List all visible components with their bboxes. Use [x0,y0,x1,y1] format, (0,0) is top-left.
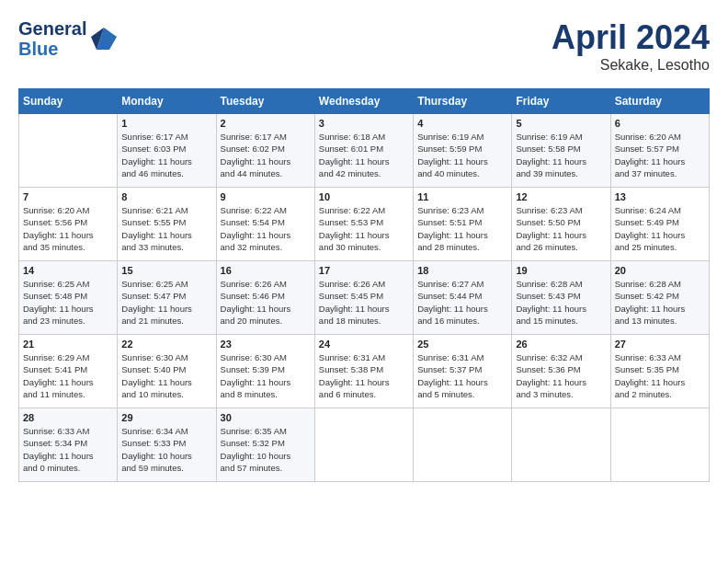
calendar-cell: 4Sunrise: 6:19 AM Sunset: 5:59 PM Daylig… [414,114,512,188]
calendar-cell: 7Sunrise: 6:20 AM Sunset: 5:56 PM Daylig… [19,188,118,261]
page-container: General Blue April 2024 Sekake, Lesotho … [0,0,728,491]
day-number: 21 [23,339,113,350]
day-number: 5 [516,118,606,129]
day-number: 3 [319,118,409,129]
location: Sekake, Lesotho [552,57,710,74]
calendar-cell: 16Sunrise: 6:26 AM Sunset: 5:46 PM Dayli… [216,261,314,335]
day-number: 28 [23,412,113,423]
day-info: Sunrise: 6:31 AM Sunset: 5:38 PM Dayligh… [319,351,409,400]
calendar-cell: 1Sunrise: 6:17 AM Sunset: 6:03 PM Daylig… [118,114,216,188]
col-header-tuesday: Tuesday [216,89,314,114]
day-number: 1 [121,118,211,129]
calendar-cell: 19Sunrise: 6:28 AM Sunset: 5:43 PM Dayli… [512,261,610,335]
logo-line2: Blue [18,39,86,59]
title-block: April 2024 Sekake, Lesotho [552,18,710,74]
day-number: 18 [417,265,507,276]
day-number: 27 [615,339,705,350]
day-info: Sunrise: 6:24 AM Sunset: 5:49 PM Dayligh… [615,204,705,253]
day-number: 23 [221,339,311,350]
day-number: 25 [417,339,507,350]
day-info: Sunrise: 6:19 AM Sunset: 5:58 PM Dayligh… [516,131,606,179]
col-header-saturday: Saturday [610,89,709,114]
calendar-cell: 21Sunrise: 6:29 AM Sunset: 5:41 PM Dayli… [19,335,118,408]
page-header: General Blue April 2024 Sekake, Lesotho [18,18,710,74]
week-row-3: 14Sunrise: 6:25 AM Sunset: 5:48 PM Dayli… [19,261,710,335]
day-number: 30 [221,412,311,423]
calendar-cell: 17Sunrise: 6:26 AM Sunset: 5:45 PM Dayli… [314,261,413,335]
day-number: 9 [221,191,311,202]
col-header-sunday: Sunday [19,89,118,114]
day-number: 12 [516,191,606,202]
calendar-cell: 9Sunrise: 6:22 AM Sunset: 5:54 PM Daylig… [216,188,314,261]
day-info: Sunrise: 6:30 AM Sunset: 5:40 PM Dayligh… [121,351,211,400]
day-number: 15 [121,265,211,276]
day-number: 11 [417,191,507,202]
logo-line1: General [18,18,86,39]
day-info: Sunrise: 6:22 AM Sunset: 5:53 PM Dayligh… [319,204,409,253]
week-row-5: 28Sunrise: 6:33 AM Sunset: 5:34 PM Dayli… [19,408,710,482]
calendar-cell: 14Sunrise: 6:25 AM Sunset: 5:48 PM Dayli… [19,261,118,335]
calendar-cell [19,114,118,188]
day-info: Sunrise: 6:28 AM Sunset: 5:43 PM Dayligh… [516,278,606,327]
week-row-2: 7Sunrise: 6:20 AM Sunset: 5:56 PM Daylig… [19,188,710,261]
day-number: 19 [516,265,606,276]
day-info: Sunrise: 6:17 AM Sunset: 6:03 PM Dayligh… [121,131,211,179]
calendar-cell: 13Sunrise: 6:24 AM Sunset: 5:49 PM Dayli… [610,188,709,261]
week-row-4: 21Sunrise: 6:29 AM Sunset: 5:41 PM Dayli… [19,335,710,408]
day-info: Sunrise: 6:34 AM Sunset: 5:33 PM Dayligh… [121,425,211,474]
day-number: 29 [121,412,211,423]
calendar-cell: 26Sunrise: 6:32 AM Sunset: 5:36 PM Dayli… [512,335,610,408]
day-number: 24 [319,339,409,350]
day-number: 13 [615,191,705,202]
day-info: Sunrise: 6:22 AM Sunset: 5:54 PM Dayligh… [221,204,311,253]
day-info: Sunrise: 6:28 AM Sunset: 5:42 PM Dayligh… [615,278,705,327]
day-number: 2 [221,118,311,129]
day-info: Sunrise: 6:27 AM Sunset: 5:44 PM Dayligh… [417,278,507,327]
day-info: Sunrise: 6:32 AM Sunset: 5:36 PM Dayligh… [516,351,606,400]
calendar-cell: 29Sunrise: 6:34 AM Sunset: 5:33 PM Dayli… [118,408,216,482]
col-header-thursday: Thursday [414,89,512,114]
day-info: Sunrise: 6:20 AM Sunset: 5:56 PM Dayligh… [23,204,113,253]
calendar-cell: 18Sunrise: 6:27 AM Sunset: 5:44 PM Dayli… [414,261,512,335]
day-info: Sunrise: 6:25 AM Sunset: 5:48 PM Dayligh… [23,278,113,327]
day-info: Sunrise: 6:17 AM Sunset: 6:02 PM Dayligh… [221,131,311,179]
day-info: Sunrise: 6:20 AM Sunset: 5:57 PM Dayligh… [615,131,705,179]
calendar-cell: 25Sunrise: 6:31 AM Sunset: 5:37 PM Dayli… [414,335,512,408]
day-info: Sunrise: 6:19 AM Sunset: 5:59 PM Dayligh… [417,131,507,179]
day-number: 6 [615,118,705,129]
calendar-cell [610,408,709,482]
calendar-cell: 28Sunrise: 6:33 AM Sunset: 5:34 PM Dayli… [19,408,118,482]
calendar-cell: 10Sunrise: 6:22 AM Sunset: 5:53 PM Dayli… [314,188,413,261]
calendar-cell: 20Sunrise: 6:28 AM Sunset: 5:42 PM Dayli… [610,261,709,335]
calendar-cell [414,408,512,482]
calendar-header-row: SundayMondayTuesdayWednesdayThursdayFrid… [19,89,710,114]
calendar-cell: 24Sunrise: 6:31 AM Sunset: 5:38 PM Dayli… [314,335,413,408]
calendar-cell: 23Sunrise: 6:30 AM Sunset: 5:39 PM Dayli… [216,335,314,408]
day-info: Sunrise: 6:26 AM Sunset: 5:46 PM Dayligh… [221,278,311,327]
calendar-cell: 3Sunrise: 6:18 AM Sunset: 6:01 PM Daylig… [314,114,413,188]
calendar-cell: 2Sunrise: 6:17 AM Sunset: 6:02 PM Daylig… [216,114,314,188]
calendar-cell: 30Sunrise: 6:35 AM Sunset: 5:32 PM Dayli… [216,408,314,482]
logo-icon [89,24,119,53]
day-info: Sunrise: 6:31 AM Sunset: 5:37 PM Dayligh… [417,351,507,400]
day-number: 8 [121,191,211,202]
week-row-1: 1Sunrise: 6:17 AM Sunset: 6:03 PM Daylig… [19,114,710,188]
day-info: Sunrise: 6:23 AM Sunset: 5:51 PM Dayligh… [417,204,507,253]
day-number: 16 [221,265,311,276]
calendar-cell: 22Sunrise: 6:30 AM Sunset: 5:40 PM Dayli… [118,335,216,408]
calendar-cell: 11Sunrise: 6:23 AM Sunset: 5:51 PM Dayli… [414,188,512,261]
col-header-monday: Monday [118,89,216,114]
day-number: 22 [121,339,211,350]
calendar-cell: 8Sunrise: 6:21 AM Sunset: 5:55 PM Daylig… [118,188,216,261]
day-number: 10 [319,191,409,202]
col-header-friday: Friday [512,89,610,114]
day-info: Sunrise: 6:21 AM Sunset: 5:55 PM Dayligh… [121,204,211,253]
day-info: Sunrise: 6:33 AM Sunset: 5:34 PM Dayligh… [23,425,113,474]
day-number: 26 [516,339,606,350]
calendar-cell: 12Sunrise: 6:23 AM Sunset: 5:50 PM Dayli… [512,188,610,261]
logo: General Blue [18,18,119,59]
day-info: Sunrise: 6:30 AM Sunset: 5:39 PM Dayligh… [221,351,311,400]
col-header-wednesday: Wednesday [314,89,413,114]
calendar-cell: 27Sunrise: 6:33 AM Sunset: 5:35 PM Dayli… [610,335,709,408]
day-info: Sunrise: 6:23 AM Sunset: 5:50 PM Dayligh… [516,204,606,253]
